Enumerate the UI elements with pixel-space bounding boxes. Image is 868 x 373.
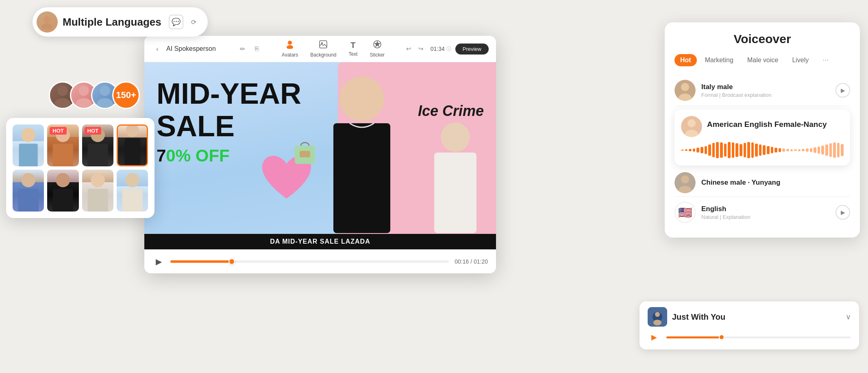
wave-bar-34 xyxy=(814,147,816,153)
svg-point-5 xyxy=(76,98,92,109)
wave-bar-9 xyxy=(716,142,719,158)
repeat-icon[interactable]: ⟳ xyxy=(188,16,200,28)
voice-info-yunyang: Chinese male · Yunyang xyxy=(701,179,850,187)
svg-point-46 xyxy=(655,312,660,317)
play-english[interactable]: ▶ xyxy=(835,205,850,220)
wave-bar-0 xyxy=(681,150,684,151)
tab-lively[interactable]: Lively xyxy=(786,54,814,66)
avatar-card-3[interactable]: HOT xyxy=(82,124,113,166)
ice-crime-text: Ice Crime xyxy=(418,103,484,119)
undo-redo-group: ↩ ↪ xyxy=(404,44,426,54)
wave-bar-11 xyxy=(724,144,727,157)
edit-title-icon[interactable]: ✏ xyxy=(237,43,248,55)
wave-bar-4 xyxy=(696,148,699,153)
preview-button[interactable]: Preview xyxy=(455,44,489,55)
hot-badge-2: HOT xyxy=(50,127,66,135)
music-chevron-icon[interactable]: ∨ xyxy=(846,312,851,321)
copy-icon[interactable]: ⎘ xyxy=(251,43,263,55)
redo-button[interactable]: ↪ xyxy=(416,44,426,54)
lang-label: Multiple Languages xyxy=(63,16,161,28)
avatar-card-6[interactable] xyxy=(47,170,78,212)
tab-male-voice[interactable]: Male voice xyxy=(742,54,784,66)
play-button[interactable]: ▶ xyxy=(152,255,165,268)
svg-rect-15 xyxy=(124,138,140,166)
avatar-card-1[interactable] xyxy=(13,124,44,166)
wave-bar-12 xyxy=(728,142,731,158)
music-progress-thumb[interactable] xyxy=(719,334,724,340)
music-progress-fill xyxy=(666,336,722,338)
back-button[interactable]: ‹ xyxy=(152,43,163,55)
svg-rect-13 xyxy=(87,144,108,166)
svg-point-22 xyxy=(125,173,139,187)
progress-fill xyxy=(170,260,232,263)
svg-point-24 xyxy=(288,41,292,45)
tab-hot[interactable]: Hot xyxy=(674,54,697,66)
voice-desc-english: Natural | Explanation xyxy=(701,214,830,220)
svg-point-20 xyxy=(91,173,105,187)
wave-bar-15 xyxy=(740,144,742,156)
play-italy-male[interactable]: ▶ xyxy=(835,83,850,98)
tool-sticker[interactable]: Sticker xyxy=(370,40,385,58)
wave-bar-29 xyxy=(794,149,797,151)
editor-panel: ‹ AI Spokesperson ✏ ⎘ Avatars Background… xyxy=(144,36,496,273)
avatar-count-badge: 150+ xyxy=(112,81,140,109)
total-time: 01:20 xyxy=(474,258,488,265)
text-icon: T xyxy=(350,41,355,50)
wave-bar-38 xyxy=(829,143,832,157)
wave-bar-14 xyxy=(735,143,738,157)
chat-icon[interactable]: 💬 xyxy=(169,15,183,29)
voice-avatar-nancy xyxy=(681,116,702,137)
voice-avatar-yunyang xyxy=(674,172,696,193)
tool-avatars[interactable]: Avatars xyxy=(282,40,298,58)
svg-point-18 xyxy=(56,173,70,187)
avatar-grid: HOT HOT xyxy=(13,124,148,212)
sticker-icon xyxy=(373,40,382,51)
sticker-label: Sticker xyxy=(370,52,385,58)
avatar-card-7[interactable] xyxy=(82,170,113,212)
voiceover-title: Voiceover xyxy=(674,32,850,46)
voice-info-italy-male: Italy male Formal | Brodcast explanation xyxy=(701,83,830,98)
avatar-card-8[interactable] xyxy=(117,170,148,212)
voiceover-panel: Voiceover Hot Marketing Male voice Livel… xyxy=(665,22,860,238)
wave-bar-40 xyxy=(837,143,840,157)
wave-bar-39 xyxy=(833,142,836,158)
tool-background[interactable]: Background xyxy=(310,40,336,58)
svg-point-3 xyxy=(54,98,71,109)
wave-bar-35 xyxy=(818,146,820,154)
voice-avatar-italy-male xyxy=(674,80,696,101)
svg-point-47 xyxy=(653,320,661,325)
background-label: Background xyxy=(310,52,336,58)
wave-bar-21 xyxy=(763,145,766,155)
voice-name-english: English xyxy=(701,205,830,213)
tool-text[interactable]: T Text xyxy=(348,41,357,57)
wave-bar-37 xyxy=(825,144,828,156)
toolbar-center: Avatars Background T Text Sticker xyxy=(266,40,400,58)
svg-point-4 xyxy=(78,85,89,96)
svg-point-1 xyxy=(41,23,53,29)
svg-rect-17 xyxy=(18,189,39,212)
wave-bar-36 xyxy=(821,146,824,155)
avatar-card-5[interactable] xyxy=(13,170,44,212)
music-play-button[interactable]: ▶ xyxy=(648,331,661,344)
wave-bar-8 xyxy=(712,143,715,157)
wave-bar-41 xyxy=(841,144,844,156)
wave-bar-13 xyxy=(732,142,735,158)
avatar-card-2[interactable]: HOT xyxy=(47,124,78,166)
progress-thumb[interactable] xyxy=(228,258,235,265)
wave-bar-10 xyxy=(720,142,723,158)
undo-button[interactable]: ↩ xyxy=(404,44,414,54)
tab-more[interactable]: ··· xyxy=(817,53,834,67)
editor-title: AI Spokesperson xyxy=(166,45,233,52)
avatar-card-4-selected[interactable] xyxy=(117,124,148,166)
bag-decoration xyxy=(291,135,319,174)
progress-track[interactable] xyxy=(170,260,449,263)
wave-bar-30 xyxy=(798,149,801,151)
tab-marketing[interactable]: Marketing xyxy=(699,54,739,66)
featured-header: American English Female-Nancy xyxy=(681,116,844,137)
svg-point-33 xyxy=(441,122,470,152)
svg-point-25 xyxy=(287,45,293,49)
music-progress-track[interactable] xyxy=(666,336,851,338)
wave-bar-17 xyxy=(747,142,750,158)
lang-avatar xyxy=(37,11,58,33)
svg-rect-9 xyxy=(19,144,37,166)
